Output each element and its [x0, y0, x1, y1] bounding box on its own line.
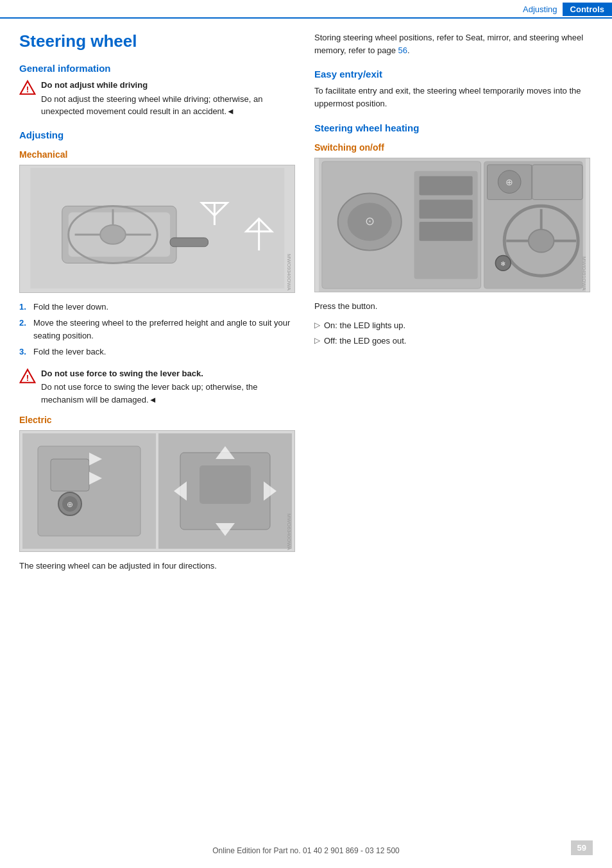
- easy-entry-body: To facilitate entry and exit, the steeri…: [314, 85, 590, 110]
- intro-suffix: .: [407, 46, 410, 55]
- left-column: Steering wheel General information ! Do …: [19, 31, 295, 579]
- step-1: 1. Fold the lever down.: [19, 301, 295, 313]
- footer: Online Edition for Part no. 01 40 2 901 …: [0, 846, 612, 855]
- svg-rect-19: [51, 459, 89, 491]
- switching-subheading: Switching on/off: [314, 142, 590, 153]
- bullet-arrow-2: ▷: [314, 335, 320, 347]
- easy-entry-heading: Easy entry/exit: [314, 69, 590, 79]
- step-3-num: 3.: [19, 346, 30, 358]
- heating-bullets: ▷ On: the LED lights up. ▷ Off: the LED …: [314, 319, 590, 347]
- svg-text:!: !: [26, 85, 29, 94]
- svg-text:❄: ❄: [500, 260, 506, 267]
- svg-point-43: [529, 229, 554, 252]
- page-title: Steering wheel: [19, 31, 295, 51]
- bullet-off: ▷ Off: the LED goes out.: [314, 335, 590, 347]
- svg-rect-38: [419, 176, 472, 195]
- svg-rect-27: [200, 465, 251, 504]
- mech-img-label: MWO9340OWA: [286, 254, 292, 290]
- step-3: 3. Fold the lever back.: [19, 346, 295, 358]
- step-3-text: Fold the lever back.: [33, 346, 106, 358]
- warning-body-1: Do not adjust the steering wheel while d…: [41, 94, 262, 117]
- heating-image: ⊙ ❄ ⊕: [314, 158, 590, 292]
- svg-text:⊕: ⊕: [67, 500, 73, 509]
- intro-link[interactable]: 56: [398, 46, 407, 55]
- step-1-num: 1.: [19, 301, 30, 313]
- page-number: 59: [571, 840, 593, 855]
- warning-block-2: ! Do not use force to swing the lever ba…: [19, 367, 295, 406]
- mechanical-subheading: Mechanical: [19, 149, 295, 160]
- warning-block-1: ! Do not adjust while driving Do not adj…: [19, 79, 295, 118]
- heating-heading: Steering wheel heating: [314, 122, 590, 133]
- svg-rect-5: [170, 238, 208, 247]
- bullet-off-text: Off: the LED goes out.: [324, 335, 406, 347]
- intro-text: Storing steering wheel positions, refer …: [314, 31, 590, 57]
- step-2-text: Move the steering wheel to the preferred…: [33, 317, 295, 342]
- bullet-on: ▷ On: the LED lights up.: [314, 319, 590, 332]
- general-info-heading: General information: [19, 63, 295, 74]
- svg-rect-39: [419, 199, 472, 219]
- footer-caption: Online Edition for Part no. 01 40 2 901 …: [212, 846, 400, 855]
- warning-icon-2: !: [19, 367, 36, 385]
- electric-description: The steering wheel can be adjusted in fo…: [19, 560, 295, 572]
- electric-image: ⊕ MWO6340OWA: [19, 430, 295, 552]
- warning-title-1: Do not adjust while driving: [41, 79, 295, 92]
- header-bar: Adjusting Controls: [0, 0, 612, 19]
- warning-text-1: Do not adjust while driving Do not adjus…: [41, 79, 295, 118]
- mechanical-steps: 1. Fold the lever down. 2. Move the stee…: [19, 301, 295, 358]
- right-column: Storing steering wheel positions, refer …: [314, 31, 590, 579]
- press-button-text: Press the button.: [314, 300, 590, 313]
- heating-img-label: MWI0491OWA: [581, 256, 587, 290]
- svg-rect-53: [532, 164, 582, 199]
- elec-img-label: MWO6340OWA: [286, 513, 292, 550]
- svg-text:⊙: ⊙: [365, 215, 375, 228]
- header-adjusting-label: Adjusting: [523, 4, 562, 14]
- svg-text:⊕: ⊕: [506, 176, 513, 187]
- bullet-on-text: On: the LED lights up.: [324, 319, 405, 332]
- svg-point-11: [100, 226, 126, 245]
- electric-subheading: Electric: [19, 415, 295, 425]
- adjusting-heading: Adjusting: [19, 129, 295, 140]
- svg-rect-40: [419, 222, 472, 241]
- mechanical-image: MWO9340OWA: [19, 165, 295, 293]
- svg-text:!: !: [26, 373, 29, 383]
- header-controls-label: Controls: [563, 3, 612, 16]
- step-2: 2. Move the steering wheel to the prefer…: [19, 317, 295, 342]
- step-2-num: 2.: [19, 317, 30, 342]
- warning-text-2: Do not use force to swing the lever back…: [41, 367, 295, 406]
- warning-body-2: Do not use force to swing the lever back…: [41, 382, 257, 405]
- step-1-text: Fold the lever down.: [33, 301, 108, 313]
- bullet-arrow-1: ▷: [314, 319, 320, 332]
- page-content: Steering wheel General information ! Do …: [0, 19, 612, 605]
- warning-icon-1: !: [19, 79, 36, 97]
- warning-title-2: Do not use force to swing the lever back…: [41, 367, 295, 380]
- intro-text-body: Storing steering wheel positions, refer …: [314, 33, 583, 55]
